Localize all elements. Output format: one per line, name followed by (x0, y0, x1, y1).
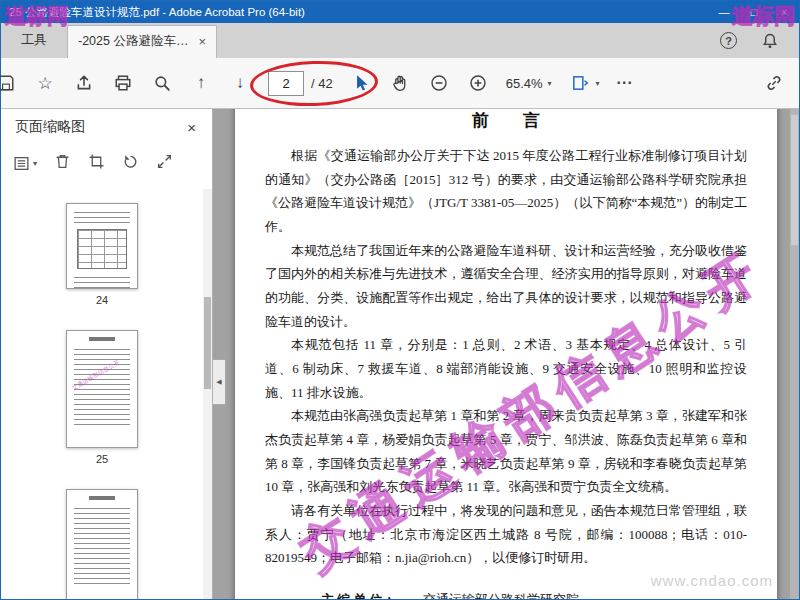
thumbnail-preview-page-24[interactable] (66, 203, 138, 289)
credits-block: 主 编 单 位： 交通运输部公路科学研究院 参 编 单 位： 云南省交通投资建设… (265, 586, 747, 599)
chevron-down-icon: ▾ (33, 159, 37, 168)
panel-title: 页面缩略图 (15, 118, 85, 136)
thumbnail-preview-page-25[interactable]: 交通运输部信息公开 (66, 330, 138, 448)
thumbnail-content (74, 277, 130, 289)
thumbnail-table-graphic (77, 229, 127, 269)
page-number-input[interactable]: 2 (268, 71, 304, 96)
credit-row: 主 编 单 位： 交通运输部公路科学研究院 (321, 586, 747, 599)
document-scrollbar-thumb[interactable] (791, 115, 798, 245)
minimize-button[interactable]: — (709, 1, 739, 23)
chevron-down-icon: ▾ (548, 79, 552, 88)
crop-pages-icon[interactable] (88, 153, 105, 174)
link-icon[interactable] (763, 72, 785, 94)
thumbnail-content (74, 508, 130, 586)
window-title: 25 公路避险车道设计规范.pdf - Adobe Acrobat Pro (6… (9, 5, 305, 20)
delete-pages-icon[interactable] (54, 153, 71, 174)
fit-width-icon (569, 72, 591, 94)
previous-page-icon[interactable]: ↑ (190, 72, 212, 94)
thumbnail-item[interactable]: 24 (66, 203, 138, 306)
select-tool-icon[interactable] (350, 72, 372, 94)
credit-label: 主 编 单 位： (321, 586, 423, 599)
close-button[interactable]: × (769, 1, 799, 23)
paragraph: 本规范包括 11 章，分别是：1 总则、2 术语、3 基本规定、4 总体设计、5… (265, 333, 747, 404)
bell-icon[interactable] (759, 30, 781, 52)
more-tools-icon[interactable]: ... (617, 70, 633, 88)
paragraph: 本规范由张高强负责起草第 1 章和第 2 章，周来贵负责起草第 3 章，张建军和… (265, 404, 747, 499)
options-menu[interactable]: ▾ (13, 155, 37, 172)
main-area: 页面缩略图 × ▾ (1, 109, 799, 599)
tab-tools[interactable]: 工具 (1, 23, 67, 58)
thumbnail-content (74, 212, 130, 224)
main-toolbar: ☆ ↑ ↓ 2 / 42 65.4% ▾ (1, 58, 799, 109)
rotate-page-icon[interactable] (122, 153, 139, 174)
search-icon[interactable] (151, 72, 173, 94)
tab-document[interactable]: -2025 公路避险车… × (67, 25, 217, 58)
panel-close-icon[interactable]: × (187, 119, 196, 136)
expand-pages-icon[interactable] (156, 153, 173, 174)
zoom-in-icon[interactable] (467, 72, 489, 94)
page-heading: 前 言 (265, 109, 747, 132)
help-icon[interactable]: ? (720, 32, 737, 49)
panel-toolbar: ▾ (1, 145, 212, 181)
tab-document-label: -2025 公路避险车… (78, 33, 188, 50)
star-icon[interactable]: ☆ (34, 72, 56, 94)
thumbnails-panel: 页面缩略图 × ▾ (1, 109, 213, 599)
tab-close-icon[interactable]: × (198, 34, 206, 49)
window-controls: — □ × (709, 1, 799, 23)
thumbnail-preview-page-26[interactable] (66, 489, 138, 599)
acrobat-window: 25 公路避险车道设计规范.pdf - Adobe Acrobat Pro (6… (0, 0, 800, 600)
page-navigation: 2 / 42 (268, 71, 333, 96)
zoom-level-value: 65.4% (506, 76, 543, 91)
zoom-out-icon[interactable] (428, 72, 450, 94)
chevron-down-icon: ▾ (596, 79, 600, 88)
titlebar: 25 公路避险车道设计规范.pdf - Adobe Acrobat Pro (6… (1, 1, 799, 23)
document-scrollbar[interactable] (790, 109, 799, 599)
page-body: 根据《交通运输部办公厅关于下达 2015 年度公路工程行业标准制修订项目计划的通… (265, 144, 747, 570)
sidebar-scrollbar-thumb[interactable] (204, 297, 211, 389)
zoom-level-dropdown[interactable]: 65.4% ▾ (506, 76, 552, 91)
share-icon[interactable] (73, 72, 95, 94)
paragraph: 根据《交通运输部办公厅关于下达 2015 年度公路工程行业标准制修订项目计划的通… (265, 144, 747, 239)
thumbnail-content (89, 496, 115, 500)
paragraph: 本规范总结了我国近年来的公路避险车道科研、设计和运营经验，充分吸收借鉴了国内外的… (265, 239, 747, 334)
tab-bar: 工具 -2025 公路避险车… × ? (1, 23, 799, 58)
thumbnail-item[interactable]: 交通运输部信息公开 25 (66, 330, 138, 465)
next-page-icon[interactable]: ↓ (229, 72, 251, 94)
thumbnail-content (89, 337, 115, 341)
save-icon[interactable] (0, 72, 17, 94)
credit-value: 交通运输部公路科学研究院 (423, 586, 579, 599)
page-total-label: / 42 (311, 76, 333, 91)
thumbnail-content (74, 349, 130, 427)
panel-header: 页面缩略图 × (1, 109, 212, 145)
document-area: 前 言 根据《交通运输部办公厅关于下达 2015 年度公路工程行业标准制修订项目… (213, 109, 799, 599)
thumbnail-item[interactable]: 26 (66, 489, 138, 599)
thumbnail-page-number: 25 (96, 453, 108, 465)
maximize-button[interactable]: □ (739, 1, 769, 23)
sidebar-scrollbar[interactable] (203, 189, 212, 599)
print-icon[interactable] (112, 72, 134, 94)
thumbnail-page-number: 24 (96, 294, 108, 306)
tabbar-right-icons: ? (720, 30, 799, 52)
thumbnail-list: 24 交通运输部信息公开 25 26 (1, 189, 203, 599)
pdf-page: 前 言 根据《交通运输部办公厅关于下达 2015 年度公路工程行业标准制修订项目… (235, 109, 777, 599)
fit-width-dropdown[interactable]: ▾ (569, 72, 600, 94)
paragraph: 请各有关单位在执行过程中，将发现的问题和意见，函告本规范日常管理组，联系人：贾宁… (265, 499, 747, 570)
hand-tool-icon[interactable] (389, 72, 411, 94)
panel-collapse-handle[interactable]: ◀ (213, 359, 226, 405)
